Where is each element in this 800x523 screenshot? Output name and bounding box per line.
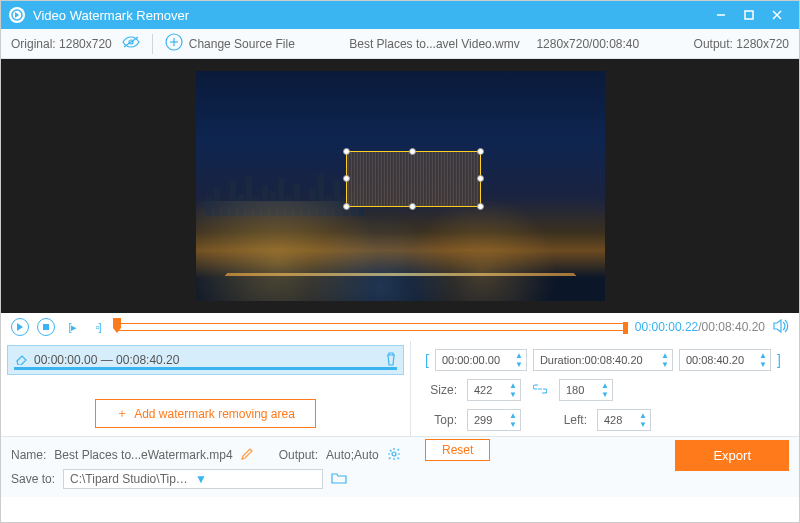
set-end-button[interactable]: ▫]	[89, 318, 107, 336]
current-time: 00:00:00.22	[635, 320, 698, 334]
output-format: Auto;Auto	[326, 448, 379, 462]
spin-down[interactable]: ▼	[514, 360, 524, 369]
segments-panel: 00:00:00.00 — 00:08:40.20 ＋ Add watermar…	[1, 341, 411, 436]
segment-row[interactable]: 00:00:00.00 — 00:08:40.20	[7, 345, 404, 375]
size-label: Size:	[425, 383, 457, 397]
stop-button[interactable]	[37, 318, 55, 336]
file-meta: 1280x720/00:08:40	[536, 37, 639, 51]
delete-segment-icon[interactable]	[385, 352, 397, 369]
start-time-input[interactable]: ▲▼	[435, 349, 527, 371]
video-preview	[1, 59, 799, 313]
edit-name-icon[interactable]	[241, 448, 253, 463]
segment-times: 00:00:00.00 — 00:08:40.20	[34, 353, 179, 367]
svg-point-11	[392, 452, 396, 456]
name-label: Name:	[11, 448, 46, 462]
properties-panel: [ ▲▼ ▲▼ ▲▼ ] Size: ▲▼ ▲▼ Top: ▲▼ Left: ▲…	[411, 341, 799, 436]
save-to-label: Save to:	[11, 472, 55, 486]
original-label: Original:	[11, 37, 56, 51]
output-res: 1280x720	[736, 37, 789, 51]
info-bar: Original: 1280x720 Change Source File Be…	[1, 29, 799, 59]
save-path-input[interactable]: C:\Tipard Studio\Tipar...ideo Watermark …	[63, 469, 323, 489]
app-logo-icon	[9, 7, 25, 23]
footer: Name: Best Places to...eWatermark.mp4 Ou…	[1, 436, 799, 497]
total-time: 00:08:40.20	[702, 320, 765, 334]
resize-handle[interactable]	[343, 203, 350, 210]
left-label: Left:	[555, 413, 587, 427]
path-dropdown-icon[interactable]: ▼	[195, 472, 316, 486]
end-time-input[interactable]: ▲▼	[679, 349, 771, 371]
minimize-button[interactable]	[707, 1, 735, 29]
resize-handle[interactable]	[477, 175, 484, 182]
resize-handle[interactable]	[477, 203, 484, 210]
output-settings-icon[interactable]	[387, 447, 401, 464]
link-dimensions-icon[interactable]	[533, 383, 547, 397]
add-source-icon[interactable]	[165, 33, 183, 54]
original-res: 1280x720	[59, 37, 112, 51]
bracket-start-icon[interactable]: [	[425, 352, 429, 368]
watermark-selection-box[interactable]	[346, 151, 481, 207]
output-label: Output:	[694, 37, 733, 51]
top-input[interactable]: ▲▼	[467, 409, 521, 431]
export-button[interactable]: Export	[675, 440, 789, 471]
maximize-button[interactable]	[735, 1, 763, 29]
output-format-label: Output:	[279, 448, 318, 462]
resize-handle[interactable]	[343, 148, 350, 155]
height-input[interactable]: ▲▼	[559, 379, 613, 401]
open-folder-icon[interactable]	[331, 472, 347, 487]
filename: Best Places to...avel Video.wmv	[349, 37, 520, 51]
set-start-button[interactable]: [▸	[63, 318, 81, 336]
duration-input[interactable]: ▲▼	[533, 349, 673, 371]
timeline-slider[interactable]	[115, 323, 627, 331]
separator	[152, 34, 153, 54]
plus-icon: ＋	[116, 405, 128, 422]
resize-handle[interactable]	[477, 148, 484, 155]
svg-rect-10	[43, 324, 49, 330]
titlebar: Video Watermark Remover	[1, 1, 799, 29]
preview-toggle-icon[interactable]	[122, 36, 140, 51]
playback-controls: [▸ ▫] 00:00:00.22/00:08:40.20	[1, 313, 799, 341]
spin-up[interactable]: ▲	[514, 351, 524, 360]
add-watermark-area-button[interactable]: ＋ Add watermark removing area	[95, 399, 316, 428]
svg-rect-2	[745, 11, 753, 19]
top-label: Top:	[425, 413, 457, 427]
width-input[interactable]: ▲▼	[467, 379, 521, 401]
eraser-icon	[14, 353, 28, 368]
resize-handle[interactable]	[409, 148, 416, 155]
save-path: C:\Tipard Studio\Tipar...ideo Watermark …	[70, 472, 191, 486]
resize-handle[interactable]	[343, 175, 350, 182]
play-button[interactable]	[11, 318, 29, 336]
file-info: Best Places to...avel Video.wmv 1280x720…	[295, 37, 694, 51]
time-counter: 00:00:00.22/00:08:40.20	[635, 320, 765, 334]
output-name: Best Places to...eWatermark.mp4	[54, 448, 232, 462]
resize-handle[interactable]	[409, 203, 416, 210]
video-frame[interactable]	[196, 71, 605, 301]
bracket-end-icon[interactable]: ]	[777, 352, 781, 368]
change-source-button[interactable]: Change Source File	[189, 37, 295, 51]
app-title: Video Watermark Remover	[33, 8, 707, 23]
close-button[interactable]	[763, 1, 791, 29]
left-input[interactable]: ▲▼	[597, 409, 651, 431]
timeline-thumb[interactable]	[113, 318, 121, 328]
reset-button[interactable]: Reset	[425, 439, 490, 461]
volume-icon[interactable]	[773, 319, 789, 336]
